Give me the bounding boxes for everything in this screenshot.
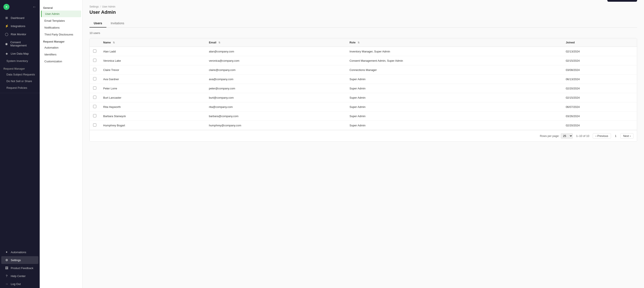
- row-checkbox-8[interactable]: [93, 123, 96, 126]
- sub-sidebar-item-user-admin[interactable]: User Admin: [41, 11, 81, 17]
- back-arrow-icon[interactable]: ←: [32, 5, 36, 9]
- row-checkbox-cell[interactable]: [90, 102, 100, 111]
- previous-page-button[interactable]: ‹ Previous: [593, 133, 611, 139]
- sidebar-item-integrations[interactable]: ⚡ Integrations: [1, 22, 38, 30]
- row-email: veronica@company.com: [206, 56, 346, 65]
- table-header-name[interactable]: Name ⇅: [100, 38, 206, 47]
- sidebar-item-label: Risk Monitor: [11, 33, 26, 36]
- page-info: 1–10 of 10: [576, 134, 589, 137]
- row-email: peter@company.com: [206, 84, 346, 93]
- sidebar-item-help-center[interactable]: ? Help Center: [1, 272, 38, 280]
- tabs: Users Invitations: [90, 19, 637, 28]
- row-checkbox-cell[interactable]: [90, 93, 100, 102]
- row-role: Inventory Manager, Super Admin: [346, 47, 562, 56]
- row-checkbox-2[interactable]: [93, 68, 96, 71]
- product-feedback-icon: 🖼: [5, 266, 8, 270]
- next-page-button[interactable]: Next ›: [620, 133, 634, 139]
- sidebar-item-live-data-map[interactable]: ◈ Live Data Map: [1, 50, 38, 57]
- rows-per-page-label: Rows per page:: [540, 134, 559, 137]
- row-role: Super Admin: [346, 84, 562, 93]
- row-checkbox-cell[interactable]: [90, 111, 100, 121]
- dashboard-icon: ⊞: [5, 16, 8, 20]
- sub-sidebar-item-label: Notifications: [44, 26, 60, 29]
- table-row[interactable]: Humphrey Bogart humphrey@company.com Sup…: [90, 121, 637, 130]
- row-checkbox-cell[interactable]: [90, 75, 100, 84]
- table-header-joined: Joined: [562, 38, 637, 47]
- table-row[interactable]: Veronica Lake veronica@company.com Conse…: [90, 56, 637, 65]
- sub-sidebar-item-customization[interactable]: Customization: [41, 58, 81, 65]
- sidebar-item-risk-monitor[interactable]: ◯ Risk Monitor: [1, 30, 38, 38]
- table-row[interactable]: Ava Gardner ava@company.com Super Admin …: [90, 75, 637, 84]
- breadcrumb-settings[interactable]: Settings: [90, 5, 99, 8]
- table-row[interactable]: Claire Trevor claire@company.com Connect…: [90, 65, 637, 75]
- app-logo-icon: ×: [4, 4, 10, 10]
- row-checkbox-7[interactable]: [93, 114, 96, 117]
- row-role: Super Admin: [346, 102, 562, 111]
- sidebar-item-label: Product Feedback: [11, 266, 34, 270]
- sidebar-item-settings[interactable]: ⚙ Settings: [1, 256, 38, 264]
- user-count: 10 users: [90, 31, 637, 35]
- tab-users[interactable]: Users: [90, 19, 106, 28]
- sidebar-item-dashboard[interactable]: ⊞ Dashboard: [1, 14, 38, 22]
- table-row[interactable]: Rita Hayworth rita@company.com Super Adm…: [90, 102, 637, 111]
- sidebar-item-log-out[interactable]: → Log Out: [1, 280, 38, 288]
- row-joined: 03/08/2024: [562, 65, 637, 75]
- table-header-email[interactable]: Email ⇅: [206, 38, 346, 47]
- sub-sidebar-item-identifiers[interactable]: Identifiers: [41, 51, 81, 58]
- rows-per-page-select[interactable]: 25 50 100: [561, 133, 573, 139]
- row-checkbox-0[interactable]: [93, 49, 96, 53]
- sidebar-item-label: Help Center: [11, 274, 26, 278]
- current-page-number: 1: [613, 133, 619, 139]
- row-checkbox-cell[interactable]: [90, 47, 100, 56]
- row-checkbox-cell[interactable]: [90, 56, 100, 65]
- row-checkbox-5[interactable]: [93, 96, 96, 99]
- row-role: Super Admin: [346, 111, 562, 121]
- sub-sidebar-section-request-manager: Request Manager: [40, 38, 82, 44]
- sub-sidebar-item-automation[interactable]: Automation: [41, 44, 81, 51]
- sidebar-item-system-inventory[interactable]: System Inventory: [1, 58, 38, 64]
- sub-sidebar-item-notifications[interactable]: Notifications: [41, 24, 81, 31]
- sidebar-item-consent-management[interactable]: ◉ Consent Management: [1, 39, 38, 49]
- row-checkbox-cell[interactable]: [90, 84, 100, 93]
- breadcrumb-separator: /: [100, 5, 100, 8]
- sub-sidebar-item-label: Third Party Disclosures: [44, 33, 73, 36]
- table-row[interactable]: Burt Lancaster burt@company.com Super Ad…: [90, 93, 637, 102]
- chevron-left-icon: ‹: [596, 134, 596, 137]
- row-joined: 02/15/2024: [562, 93, 637, 102]
- rows-per-page: Rows per page: 25 50 100: [540, 133, 572, 139]
- sidebar-item-label: Integrations: [11, 25, 25, 28]
- tab-invitations[interactable]: Invitations: [106, 19, 128, 28]
- sub-sidebar-item-label: Email Templates: [44, 19, 65, 22]
- right-panel: General User Admin Email Templates Notif…: [40, 0, 644, 288]
- row-name: Rita Hayworth: [100, 102, 206, 111]
- sidebar-item-data-subject-requests[interactable]: Data Subject Requests: [1, 71, 38, 78]
- sub-sidebar-item-third-party-disclosures[interactable]: Third Party Disclosures: [41, 31, 81, 38]
- sidebar-divider: [0, 93, 40, 93]
- table-header-role[interactable]: Role ⇅: [346, 38, 562, 47]
- sidebar-item-request-policies[interactable]: Request Policies: [1, 85, 38, 91]
- sidebar-item-automations[interactable]: ✦ Automations: [1, 248, 38, 256]
- row-joined: 06/07/2024: [562, 102, 637, 111]
- sub-sidebar-item-email-templates[interactable]: Email Templates: [41, 18, 81, 24]
- risk-monitor-icon: ◯: [5, 33, 8, 36]
- row-joined: 06/13/2024: [562, 75, 637, 84]
- automations-icon: ✦: [5, 250, 8, 254]
- row-checkbox-3[interactable]: [93, 77, 96, 80]
- table-row[interactable]: Alan Ladd alan@company.com Inventory Man…: [90, 47, 637, 56]
- sidebar-item-product-feedback[interactable]: 🖼 Product Feedback: [1, 264, 38, 272]
- table-row[interactable]: Barbara Stanwyck barbara@company.com Sup…: [90, 111, 637, 121]
- sidebar-item-label: Dashboard: [11, 16, 24, 20]
- table-row[interactable]: Peter Lorre peter@company.com Super Admi…: [90, 84, 637, 93]
- row-name: Barbara Stanwyck: [100, 111, 206, 121]
- consent-management-icon: ◉: [5, 42, 8, 46]
- row-checkbox-cell[interactable]: [90, 65, 100, 75]
- row-checkbox-cell[interactable]: [90, 121, 100, 130]
- row-checkbox-1[interactable]: [93, 59, 96, 62]
- sidebar-item-do-not-sell[interactable]: Do Not Sell or Share: [1, 78, 38, 84]
- breadcrumb: Settings / User Admin: [90, 5, 116, 8]
- row-role: Consent Management Admin, Super Admin: [346, 56, 562, 65]
- invite-new-user-button[interactable]: Invite New User: [607, 0, 637, 2]
- log-out-icon: →: [5, 282, 8, 286]
- row-checkbox-6[interactable]: [93, 105, 96, 108]
- row-checkbox-4[interactable]: [93, 86, 96, 90]
